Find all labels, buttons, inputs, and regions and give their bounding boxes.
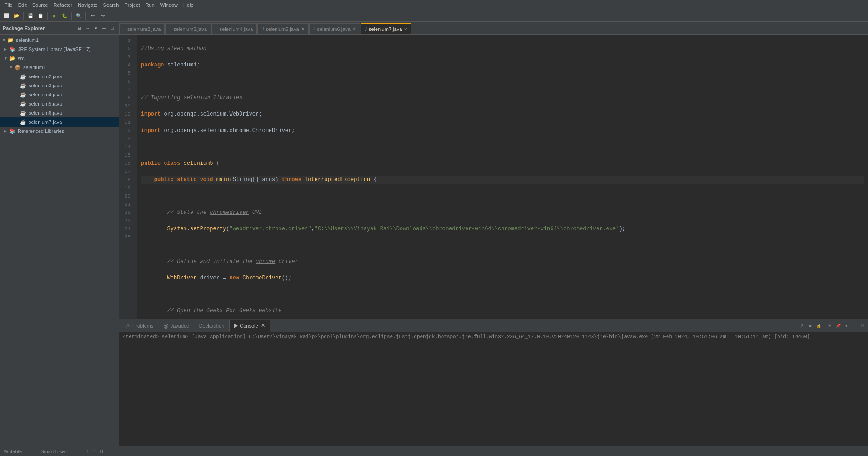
close-tab-s7[interactable]: ✕ xyxy=(404,27,407,32)
arrow-pkg xyxy=(9,65,15,70)
tree-item-selenium3[interactable]: ☕ selenium3.java xyxy=(0,81,119,90)
tree-label-pkg: selenium1 xyxy=(23,65,46,70)
tree-item-selenium7[interactable]: ☕ selenium7.java xyxy=(0,117,119,127)
menu-navigate[interactable]: Navigate xyxy=(75,2,100,8)
open-button[interactable]: 📂 xyxy=(12,11,21,20)
tab-problems[interactable]: ⚠ Problems xyxy=(121,320,158,332)
tree-item-reflibs[interactable]: 📚 Referenced Libraries xyxy=(0,127,119,136)
search-button[interactable]: 🔍 xyxy=(74,11,83,20)
tree-item-selenium6[interactable]: ☕ selenium6.java xyxy=(0,108,119,117)
tab-selenium5[interactable]: J selenium5.java ✕ xyxy=(257,23,308,34)
java-file-icon-s3: ☕ xyxy=(20,83,27,89)
ln-4: 4 xyxy=(119,61,133,69)
editor-area: J selenium2.java J selenium3.java J sele… xyxy=(119,22,868,319)
console-view-menu[interactable]: ▾ xyxy=(843,322,850,329)
ln-10: 10 xyxy=(119,110,133,118)
tab-selenium6[interactable]: J selenium6.java ✕ xyxy=(309,23,360,34)
code-line-5: import org.openqa.selenium.WebDriver; xyxy=(141,110,864,118)
code-line-14: // Define and initiate the chrome driver xyxy=(141,258,864,266)
save-all-button[interactable]: 📋 xyxy=(36,11,45,20)
code-editor[interactable]: 1 2 3 4 5 6 7 8 9° 10 11 12 13 14 15 16 xyxy=(119,35,868,319)
console-new-button[interactable]: + xyxy=(826,322,833,329)
file-icon-s3: J xyxy=(169,26,171,31)
console-sep xyxy=(824,322,824,329)
tree-label-src: src xyxy=(18,56,25,61)
menu-file[interactable]: File xyxy=(2,2,15,8)
console-minimize[interactable]: — xyxy=(851,322,858,329)
reflib-icon: 📚 xyxy=(9,128,16,134)
menu-edit[interactable]: Edit xyxy=(15,2,30,8)
tree-item-src[interactable]: 📂 src xyxy=(0,54,119,63)
console-clear-button[interactable]: ⊘ xyxy=(798,322,806,329)
ln-18: 18 xyxy=(119,176,133,184)
tab-label-s5: selenium5.java xyxy=(266,26,299,32)
console-terminate-button[interactable]: ■ xyxy=(807,322,814,329)
menu-source[interactable]: Source xyxy=(30,2,51,8)
file-icon-s6: J xyxy=(313,26,316,31)
tab-javadoc[interactable]: @ Javadoc xyxy=(158,320,194,332)
menu-project[interactable]: Project xyxy=(121,2,142,8)
java-file-icon-s5: ☕ xyxy=(20,101,27,107)
ln-3: 3 xyxy=(119,53,133,61)
menu-search[interactable]: Search xyxy=(100,2,122,8)
tree-item-selenium5[interactable]: ☕ selenium5.java xyxy=(0,99,119,108)
tab-selenium4[interactable]: J selenium4.java xyxy=(211,23,257,34)
run-button[interactable]: ▶ xyxy=(50,11,59,20)
tab-declaration[interactable]: Declaration xyxy=(194,320,230,332)
package-icon: 📦 xyxy=(15,65,22,71)
status-insert-mode: Smart Insert xyxy=(40,449,68,454)
console-terminated-text: <terminated> selenium7 [Java Application… xyxy=(123,334,810,339)
status-bar: Writable Smart Insert 1 : 1 : 0 xyxy=(0,446,868,456)
close-tab-s5[interactable]: ✕ xyxy=(301,26,305,31)
collapse-all-button[interactable]: ⊟ xyxy=(76,25,83,32)
line-numbers: 1 2 3 4 5 6 7 8 9° 10 11 12 13 14 15 16 xyxy=(119,35,137,319)
console-maximize[interactable]: □ xyxy=(859,322,866,329)
redo-button[interactable]: ↪ xyxy=(98,11,107,20)
menu-help[interactable]: Help xyxy=(181,2,196,8)
tab-label-s3: selenium3.java xyxy=(173,26,206,32)
save-button[interactable]: 💾 xyxy=(26,11,35,20)
tree-item-selenium1-pkg[interactable]: 📦 selenium1 xyxy=(0,63,119,72)
ln-14: 14 xyxy=(119,143,133,151)
sidebar-content: 📁 selenium1 📚 JRE System Library [JavaSE… xyxy=(0,35,119,446)
console-scroll-lock-button[interactable]: 🔒 xyxy=(815,322,822,329)
undo-button[interactable]: ↩ xyxy=(88,11,97,20)
code-line-15: WebDriver driver = new ChromeDriver(); xyxy=(141,274,864,282)
code-content[interactable]: //Using sleep method package selenium1; … xyxy=(137,35,868,319)
tree-item-selenium4[interactable]: ☕ selenium4.java xyxy=(0,90,119,99)
java-file-icon-s2: ☕ xyxy=(20,74,27,80)
maximize-button[interactable]: □ xyxy=(109,25,116,32)
tab-selenium2[interactable]: J selenium2.java xyxy=(119,23,165,34)
code-line-9: public static void main(String[] args) t… xyxy=(141,176,864,184)
bottom-panel: ⚠ Problems @ Javadoc Declaration ▶ Conso… xyxy=(119,319,868,446)
code-line-8: public class selenium5 { xyxy=(141,159,864,167)
minimize-button[interactable]: — xyxy=(100,25,108,32)
close-tab-s6[interactable]: ✕ xyxy=(352,26,356,31)
tree-item-selenium1[interactable]: 📁 selenium1 xyxy=(0,35,119,45)
tree-item-selenium2[interactable]: ☕ selenium2.java xyxy=(0,72,119,81)
menu-refactor[interactable]: Refactor xyxy=(51,2,75,8)
console-content: <terminated> selenium7 [Java Application… xyxy=(119,332,868,446)
view-menu-button[interactable]: ▾ xyxy=(92,25,100,32)
ln-21: 21 xyxy=(119,200,133,208)
tree-label-s3: selenium3.java xyxy=(29,83,62,88)
java-file-icon-s7: ☕ xyxy=(20,119,27,125)
menu-run[interactable]: Run xyxy=(143,2,157,8)
tree-label-reflibs: Referenced Libraries xyxy=(18,128,64,134)
file-icon-s2: J xyxy=(123,26,125,31)
tab-console-icon: ▶ xyxy=(234,323,238,329)
new-button[interactable]: ⬜ xyxy=(2,11,11,20)
tab-selenium7[interactable]: J selenium7.java ✕ xyxy=(361,23,411,34)
toolbar-sep-2 xyxy=(47,12,48,20)
debug-button[interactable]: 🐛 xyxy=(60,11,69,20)
code-line-2: package selenium1; xyxy=(141,61,864,69)
tree-item-jre[interactable]: 📚 JRE System Library [JavaSE-17] xyxy=(0,45,119,54)
link-editor-button[interactable]: ↔ xyxy=(84,25,91,32)
console-pin-button[interactable]: 📌 xyxy=(834,322,842,329)
tab-selenium3[interactable]: J selenium3.java xyxy=(165,23,211,34)
close-console-tab[interactable]: ✕ xyxy=(261,323,265,329)
code-line-16 xyxy=(141,290,864,299)
code-line-11: // State the chromedriver URL xyxy=(141,208,864,217)
tab-console[interactable]: ▶ Console ✕ xyxy=(229,320,270,332)
menu-window[interactable]: Window xyxy=(157,2,181,8)
